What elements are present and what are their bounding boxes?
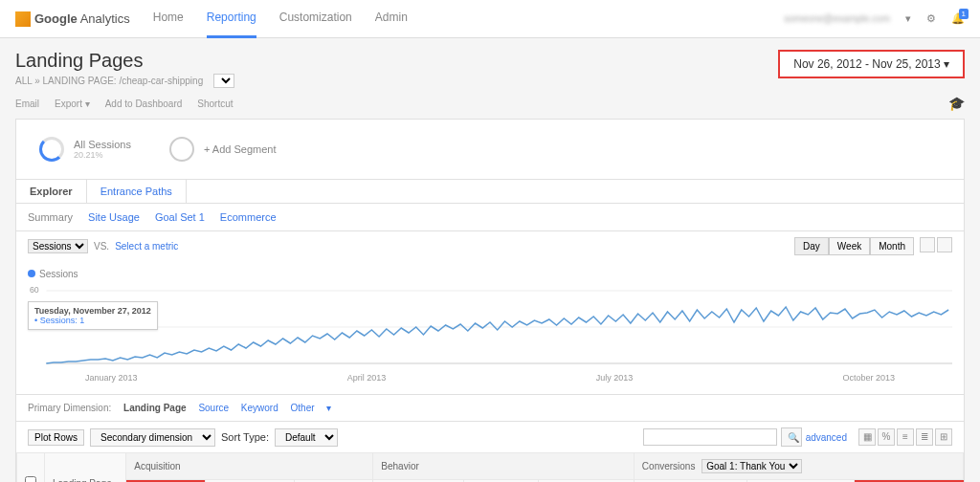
advanced-link[interactable]: advanced bbox=[806, 432, 847, 443]
gran-week[interactable]: Week bbox=[829, 237, 870, 255]
select-metric-link[interactable]: Select a metric bbox=[115, 241, 178, 252]
select-all-checkbox[interactable] bbox=[25, 476, 36, 482]
segment-all-sessions[interactable]: All Sessions 20.21% bbox=[39, 137, 131, 162]
shortcut-button[interactable]: Shortcut bbox=[197, 99, 233, 109]
pie-icon bbox=[39, 137, 64, 162]
col-landing[interactable]: Landing Page bbox=[45, 453, 126, 483]
subtab-ecommerce[interactable]: Ecommerce bbox=[220, 211, 277, 223]
nav-home[interactable]: Home bbox=[153, 0, 184, 38]
circle-empty-icon bbox=[169, 137, 194, 162]
data-table: Landing Page Acquisition Behavior Conver… bbox=[16, 452, 964, 482]
search-icon[interactable]: 🔍 bbox=[781, 427, 802, 447]
sessions-line-chart[interactable]: 60 30 bbox=[28, 283, 952, 369]
page-toolbar: Email Export ▾ Add to Dashboard Shortcut… bbox=[15, 96, 965, 111]
tab-entrance-paths[interactable]: Entrance Paths bbox=[87, 180, 187, 203]
chevron-down-icon[interactable]: ▾ bbox=[905, 12, 911, 25]
view-percent-icon[interactable]: % bbox=[878, 428, 895, 446]
add-dashboard-button[interactable]: Add to Dashboard bbox=[105, 99, 183, 109]
chart-area: Sessions 60 30 Tuesday, November 27, 201… bbox=[16, 261, 964, 394]
tab-explorer[interactable]: Explorer bbox=[16, 180, 87, 203]
top-nav: Home Reporting Customization Admin bbox=[153, 0, 408, 38]
legend-dot-icon bbox=[28, 270, 35, 277]
x-label: July 2013 bbox=[596, 373, 634, 383]
dim-landing[interactable]: Landing Page bbox=[123, 403, 187, 413]
gear-icon[interactable]: ⚙ bbox=[926, 12, 936, 25]
group-behavior: Behavior bbox=[373, 453, 635, 480]
chart-options-icon[interactable] bbox=[937, 237, 952, 252]
add-segment-button[interactable]: + Add Segment bbox=[169, 137, 277, 162]
subtab-goal-set[interactable]: Goal Set 1 bbox=[155, 211, 205, 223]
group-acquisition: Acquisition bbox=[126, 453, 373, 480]
dim-keyword[interactable]: Keyword bbox=[241, 403, 278, 413]
email-button[interactable]: Email bbox=[15, 99, 39, 109]
group-conversions: Conversions Goal 1: Thank You bbox=[634, 453, 963, 480]
primary-dimension: Primary Dimension: Landing Page Source K… bbox=[16, 394, 964, 421]
sort-type-select[interactable]: Default bbox=[275, 428, 338, 447]
goal-select[interactable]: Goal 1: Thank You bbox=[702, 459, 802, 473]
view-pivot-icon[interactable]: ⊞ bbox=[935, 428, 952, 446]
gran-day[interactable]: Day bbox=[794, 237, 829, 255]
segment-percent: 20.21% bbox=[74, 150, 131, 160]
subtab-site-usage[interactable]: Site Usage bbox=[88, 211, 140, 223]
view-table-icon[interactable]: ▦ bbox=[858, 428, 876, 446]
account-email[interactable]: someone@example.com bbox=[784, 13, 890, 24]
x-label: October 2013 bbox=[842, 373, 895, 383]
vs-label: VS. bbox=[94, 241, 109, 252]
table-search-input[interactable] bbox=[643, 428, 777, 446]
nav-customization[interactable]: Customization bbox=[279, 0, 352, 38]
page-title: Landing Pages bbox=[15, 50, 234, 72]
sort-type-label: Sort Type: bbox=[221, 431, 269, 443]
x-label: April 2013 bbox=[347, 373, 387, 383]
top-bar: Google Analytics Home Reporting Customiz… bbox=[0, 0, 980, 38]
x-label: January 2013 bbox=[85, 373, 138, 383]
ga-logo-icon bbox=[15, 11, 31, 27]
chart-legend: Sessions bbox=[28, 269, 952, 279]
chart-tooltip: Tuesday, November 27, 2012 • Sessions: 1 bbox=[28, 301, 158, 330]
logo: Google Analytics bbox=[15, 11, 130, 27]
notifications-icon[interactable]: 🔔1 bbox=[951, 12, 965, 25]
plot-rows-button[interactable]: Plot Rows bbox=[28, 429, 84, 446]
nav-admin[interactable]: Admin bbox=[375, 0, 408, 38]
metric-select[interactable]: Sessions bbox=[28, 239, 88, 253]
segment-label: All Sessions bbox=[74, 139, 131, 150]
export-button[interactable]: Export ▾ bbox=[55, 99, 90, 109]
date-range-picker[interactable]: Nov 26, 2012 - Nov 25, 2013 ▾ bbox=[778, 50, 965, 78]
breadcrumb: ALL » LANDING PAGE: /cheap-car-shipping bbox=[15, 74, 234, 88]
chart-type-icon[interactable] bbox=[920, 237, 935, 252]
education-icon[interactable]: 🎓 bbox=[948, 96, 965, 111]
nav-reporting[interactable]: Reporting bbox=[207, 0, 256, 38]
view-compare-icon[interactable]: ≣ bbox=[916, 428, 933, 446]
subtab-summary[interactable]: Summary bbox=[28, 211, 73, 223]
dim-other[interactable]: Other ▾ bbox=[291, 403, 332, 413]
svg-text:60: 60 bbox=[30, 285, 39, 295]
dim-source[interactable]: Source bbox=[198, 403, 229, 413]
notification-badge: 1 bbox=[959, 9, 969, 19]
view-perf-icon[interactable]: ≡ bbox=[897, 428, 914, 446]
logo-text: Google Analytics bbox=[34, 11, 130, 26]
crumb-select[interactable] bbox=[213, 74, 234, 88]
report-card: All Sessions 20.21% + Add Segment Explor… bbox=[15, 119, 965, 482]
secondary-dimension[interactable]: Secondary dimension bbox=[90, 428, 215, 447]
gran-month[interactable]: Month bbox=[870, 237, 914, 255]
